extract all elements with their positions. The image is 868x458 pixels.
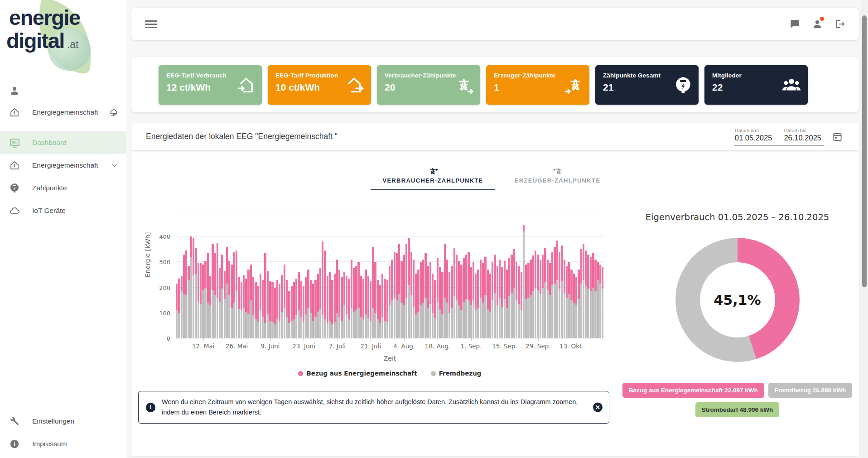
bar-51 — [298, 272, 299, 338]
bar-42 — [276, 280, 278, 338]
account-icon[interactable] — [812, 19, 823, 29]
bar-175 — [594, 260, 596, 338]
bar-95 — [403, 255, 405, 338]
bar-97 — [408, 238, 410, 338]
tab-label: VERBRAUCHER-ZÄHLPUNKTE — [375, 177, 491, 184]
bar-99 — [413, 260, 415, 338]
bar-169 — [580, 249, 582, 338]
switch-community-icon[interactable] — [109, 107, 119, 117]
bar-78 — [362, 279, 364, 338]
legend-item-eeg[interactable]: Bezug aus Energiegemeinschaft — [298, 370, 417, 377]
people-icon — [781, 75, 802, 96]
sidebar-item-impressum[interactable]: Impressum — [0, 433, 126, 455]
bar-155 — [547, 260, 549, 338]
sidebar-community-sub: - — [44, 116, 46, 123]
bar-157 — [551, 252, 553, 338]
bar-148 — [530, 260, 532, 338]
info-icon: i — [146, 403, 155, 412]
bar-31 — [250, 265, 252, 338]
chat-icon[interactable] — [789, 19, 800, 29]
x-axis-title: Zeit — [176, 355, 604, 362]
bar-86 — [381, 274, 383, 338]
page-scrollbar[interactable] — [861, 0, 868, 458]
bar-12 — [204, 261, 206, 338]
bar-62 — [324, 251, 326, 338]
bar-30 — [247, 270, 249, 338]
person-icon — [9, 85, 20, 96]
sidebar-item-iot-geraete[interactable]: IoT Geräte — [0, 199, 126, 222]
date-from-value[interactable]: 01.05.2025 — [735, 134, 772, 142]
house-energy-icon — [9, 160, 20, 171]
bar-plot[interactable]: 0100200300400 — [176, 211, 604, 338]
chart-legend: Bezug aus Energiegemeinschaft Fremdbezug — [176, 370, 604, 377]
bar-61 — [322, 241, 323, 338]
bar-112 — [444, 244, 446, 338]
bar-161 — [561, 246, 563, 338]
bar-18 — [219, 268, 221, 338]
bar-177 — [599, 265, 601, 338]
sidebar-item-energiegemeinschaft[interactable]: Energiegemeinschaft — [0, 154, 126, 177]
bar-134 — [497, 266, 498, 338]
date-to-value[interactable]: 26.10.2025 — [784, 134, 821, 142]
bar-153 — [542, 255, 544, 338]
bar-23 — [231, 265, 232, 338]
date-from-field[interactable]: Datum von 01.05.2025 — [735, 128, 772, 142]
bar-13 — [207, 253, 209, 338]
donut-chart[interactable]: 45,1% — [675, 238, 800, 362]
bar-63 — [327, 276, 328, 338]
bar-160 — [559, 252, 560, 338]
bar-94 — [400, 261, 402, 338]
badge-bezug-eeg: Bezug aus Energiegemeinschaft 22.097 kWh — [622, 383, 764, 398]
sidebar-item-label: Dashboard — [32, 139, 67, 147]
bar-10 — [200, 263, 202, 338]
bar-3 — [183, 255, 185, 338]
info-banner-text: Wenn du einen Zeitraum von wenigen Tagen… — [162, 397, 585, 418]
bar-115 — [451, 266, 453, 338]
bar-116 — [453, 248, 455, 338]
bar-26 — [238, 277, 240, 338]
bar-2 — [181, 276, 183, 338]
bar-47 — [288, 291, 290, 338]
bar-110 — [439, 267, 441, 338]
stat-card-zaehlpunkte-gesamt: Zählpunkte Gesamt 21 — [595, 65, 699, 105]
menu-icon[interactable] — [145, 19, 157, 30]
bar-49 — [293, 282, 295, 338]
bar-125 — [475, 274, 477, 338]
sidebar-item-dashboard[interactable]: Dashboard — [0, 131, 126, 154]
notification-dot — [820, 17, 824, 21]
badge-fremdbezug: Fremdbezug 26.898 kWh — [768, 383, 853, 398]
sidebar-item-label: Zählpunkte — [32, 184, 67, 192]
bar-58 — [314, 280, 316, 338]
bar-100 — [415, 274, 417, 338]
bar-48 — [291, 286, 293, 338]
bar-73 — [351, 260, 352, 338]
bar-77 — [360, 276, 362, 338]
sidebar-item-community-header[interactable]: Energiegemeinschaft - — [0, 100, 126, 125]
date-to-field[interactable]: Datum bis 26.10.2025 — [784, 128, 821, 142]
bar-65 — [331, 280, 333, 338]
calendar-icon[interactable] — [832, 131, 843, 142]
tab-erzeuger-zaehlpunkte[interactable]: ERZEUGER-ZÄHLPUNKTE — [495, 163, 620, 190]
sidebar-item-label: Einstellungen — [32, 417, 74, 425]
legend-item-fremdbezug[interactable]: Fremdbezug — [431, 370, 482, 377]
bar-59 — [317, 274, 319, 338]
logo-text: energie digital.at — [9, 6, 80, 53]
bar-159 — [556, 241, 558, 338]
sidebar-item-einstellungen[interactable]: Einstellungen — [0, 410, 126, 433]
bar-50 — [295, 279, 297, 338]
bar-64 — [329, 272, 331, 338]
x-axis-labels: 12. Mai26. Mai9. Juni23. Juni7. Juli21. … — [176, 342, 604, 352]
logout-icon[interactable] — [834, 19, 845, 29]
bar-171 — [585, 251, 587, 338]
bar-38 — [267, 271, 269, 338]
close-icon[interactable] — [593, 403, 603, 412]
sidebar-item-zaehlpunkte[interactable]: Zählpunkte — [0, 177, 126, 199]
tab-verbraucher-zaehlpunkte[interactable]: VERBRAUCHER-ZÄHLPUNKTE — [371, 163, 495, 190]
bar-149 — [532, 256, 534, 338]
sidebar-item-user[interactable] — [0, 82, 126, 100]
scrollbar-thumb[interactable] — [862, 15, 867, 287]
bar-40 — [271, 282, 273, 338]
bar-163 — [566, 266, 568, 338]
bar-4 — [185, 251, 187, 338]
pylon-arrow-out-icon — [454, 75, 474, 95]
